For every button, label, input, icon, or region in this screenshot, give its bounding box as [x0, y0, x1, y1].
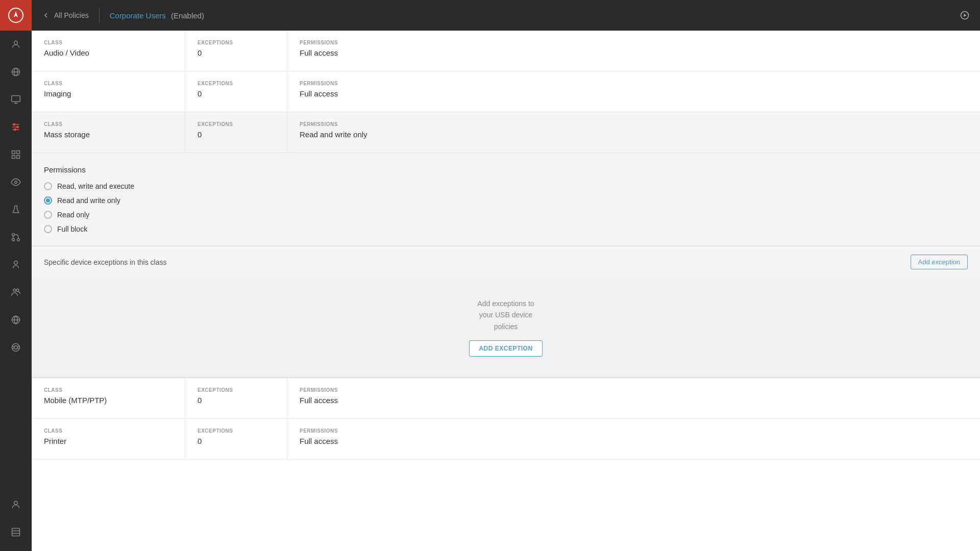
radio-group-permissions: Read, write and execute Read and write o… [44, 182, 968, 233]
permissions-label-mobile: PERMISSIONS [300, 387, 968, 393]
class-label-mass-storage: CLASS [44, 121, 173, 127]
svg-line-32 [17, 348, 19, 348]
radio-read-write-execute[interactable]: Read, write and execute [44, 182, 968, 190]
class-label-printer: CLASS [44, 428, 173, 434]
permissions-col-printer: PERMISSIONS Full access [287, 419, 980, 459]
exceptions-label: EXCEPTIONS [198, 40, 275, 45]
exceptions-value-audio-video: 0 [198, 48, 275, 57]
svg-rect-15 [17, 151, 20, 154]
radio-label-fb: Full block [57, 225, 87, 233]
policy-name: Corporate Users [110, 11, 166, 20]
svg-line-29 [12, 346, 14, 347]
radio-read-write-only[interactable]: Read and write only [44, 196, 968, 205]
svg-point-13 [14, 129, 16, 130]
exceptions-label-printer: EXCEPTIONS [198, 428, 275, 434]
sidebar-item-support[interactable] [0, 334, 32, 361]
policy-row-imaging[interactable]: CLASS Imaging EXCEPTIONS 0 PERMISSIONS F… [32, 71, 980, 112]
class-value-imaging: Imaging [44, 89, 173, 98]
sidebar-item-settings[interactable] [0, 518, 32, 546]
sidebar-item-flask[interactable] [0, 196, 32, 223]
permissions-label-printer: PERMISSIONS [300, 428, 968, 434]
svg-point-18 [15, 181, 17, 184]
sidebar-bottom [0, 491, 32, 551]
class-label-mobile: CLASS [44, 387, 173, 393]
sidebar-item-globe[interactable] [0, 306, 32, 334]
svg-point-19 [17, 239, 20, 241]
sidebar [0, 0, 32, 551]
permissions-col-imaging: PERMISSIONS Full access [287, 71, 980, 112]
add-exception-center-button[interactable]: ADD EXCEPTION [469, 340, 542, 357]
radio-full-block[interactable]: Full block [44, 225, 968, 233]
policy-row-mass-storage[interactable]: CLASS Mass storage EXCEPTIONS 0 PERMISSI… [32, 112, 980, 153]
sidebar-item-git[interactable] [0, 223, 32, 251]
sidebar-item-monitor[interactable] [0, 86, 32, 113]
radio-label-rwe: Read, write and execute [57, 182, 134, 190]
sidebar-item-account[interactable] [0, 491, 32, 518]
radio-label-rwo: Read and write only [57, 196, 120, 205]
radio-circle-rwe [44, 182, 52, 190]
class-value-printer: Printer [44, 437, 173, 445]
permissions-col-mobile: PERMISSIONS Full access [287, 378, 980, 418]
policy-status: (Enabled) [171, 11, 204, 20]
radio-circle-fb [44, 225, 52, 233]
svg-point-11 [13, 123, 15, 125]
exceptions-area: Specific device exceptions in this class… [32, 246, 980, 378]
radio-circle-ro [44, 211, 52, 219]
sidebar-item-user[interactable] [0, 31, 32, 58]
sidebar-item-controls[interactable] [0, 113, 32, 141]
exceptions-col-printer: EXCEPTIONS 0 [185, 419, 287, 459]
class-label: CLASS [44, 40, 173, 45]
svg-line-30 [12, 348, 14, 348]
top-navigation: All Policies Corporate Users (Enabled) [32, 0, 980, 31]
add-exception-button[interactable]: Add exception [911, 255, 968, 269]
back-to-policies[interactable]: All Policies [42, 11, 89, 19]
play-icon[interactable] [960, 10, 970, 20]
svg-point-1 [14, 41, 18, 44]
empty-exceptions-container: Add exceptions to your USB device polici… [32, 278, 980, 377]
radio-read-only[interactable]: Read only [44, 211, 968, 219]
class-col-mass-storage: CLASS Mass storage [32, 112, 185, 153]
class-value-mass-storage: Mass storage [44, 130, 173, 139]
empty-line-2: your USB device [477, 309, 534, 320]
permissions-value-printer: Full access [300, 437, 968, 445]
class-value-mobile: Mobile (MTP/PTP) [44, 396, 173, 405]
sidebar-item-network[interactable] [0, 58, 32, 86]
radio-label-ro: Read only [57, 211, 89, 219]
permissions-col-audio-video: PERMISSIONS Full access [287, 31, 980, 71]
exceptions-header-text: Specific device exceptions in this class [44, 258, 166, 266]
expanded-permissions-section: Permissions Read, write and execute Read… [32, 153, 980, 246]
sidebar-logo[interactable] [0, 0, 32, 31]
svg-rect-34 [12, 529, 20, 536]
svg-line-31 [17, 346, 19, 347]
class-label-imaging: CLASS [44, 81, 173, 86]
sidebar-item-watch[interactable] [0, 168, 32, 196]
sidebar-item-grid[interactable] [0, 141, 32, 168]
exceptions-col-audio-video: EXCEPTIONS 0 [185, 31, 287, 71]
nav-divider [99, 8, 100, 23]
class-value-audio-video: Audio / Video [44, 48, 173, 57]
radio-circle-rwo [44, 196, 52, 205]
svg-point-24 [13, 289, 16, 291]
svg-point-12 [17, 126, 18, 128]
svg-point-25 [16, 289, 19, 291]
back-label: All Policies [54, 11, 89, 19]
permissions-label-mass-storage: PERMISSIONS [300, 121, 968, 127]
class-col-imaging: CLASS Imaging [32, 71, 185, 112]
sidebar-item-person[interactable] [0, 251, 32, 279]
empty-line-3: policies [477, 321, 534, 332]
main-content: All Policies Corporate Users (Enabled) C… [32, 0, 980, 551]
exceptions-label-mass-storage: EXCEPTIONS [198, 121, 275, 127]
policy-row-printer[interactable]: CLASS Printer EXCEPTIONS 0 PERMISSIONS F… [32, 419, 980, 460]
exceptions-value-imaging: 0 [198, 89, 275, 98]
policy-title: Corporate Users (Enabled) [110, 11, 204, 20]
svg-point-20 [12, 234, 15, 236]
policy-content: CLASS Audio / Video EXCEPTIONS 0 PERMISS… [32, 31, 980, 551]
permissions-value-mobile: Full access [300, 396, 968, 405]
policy-row-mobile[interactable]: CLASS Mobile (MTP/PTP) EXCEPTIONS 0 PERM… [32, 378, 980, 419]
sidebar-item-group[interactable] [0, 279, 32, 306]
svg-marker-38 [964, 14, 966, 17]
policy-row-audio-video[interactable]: CLASS Audio / Video EXCEPTIONS 0 PERMISS… [32, 31, 980, 71]
permissions-section-title: Permissions [44, 165, 968, 174]
svg-point-21 [12, 239, 15, 241]
permissions-col-mass-storage: PERMISSIONS Read and write only [287, 112, 980, 153]
